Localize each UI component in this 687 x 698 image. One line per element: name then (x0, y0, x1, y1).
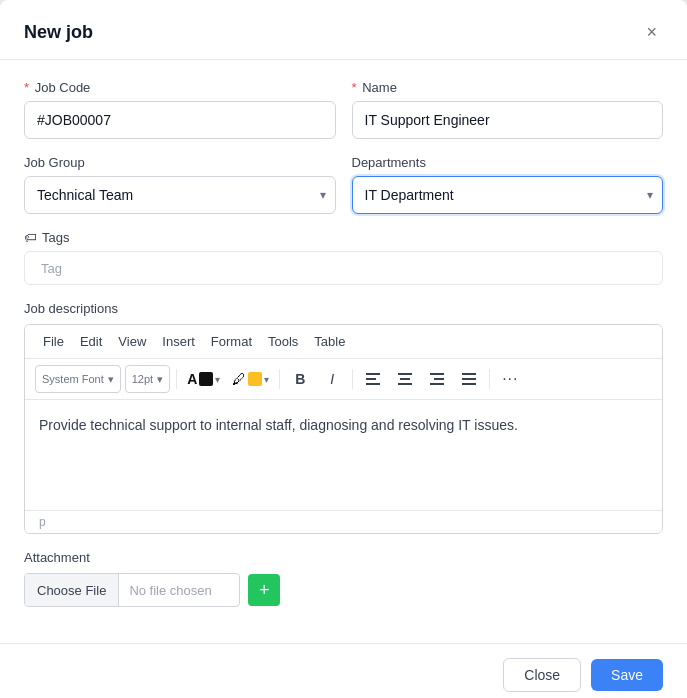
job-descriptions-label: Job descriptions (24, 301, 663, 316)
editor-menubar: File Edit View Insert Format Tools Table (25, 325, 662, 359)
more-options-button[interactable]: ··· (496, 365, 524, 393)
svg-rect-10 (462, 378, 476, 380)
editor-format-menu[interactable]: Format (203, 331, 260, 352)
job-code-label: * Job Code (24, 80, 336, 95)
modal-body: * Job Code * Name Job Group Technical Te… (0, 60, 687, 643)
job-code-group: * Job Code (24, 80, 336, 139)
editor-insert-menu[interactable]: Insert (154, 331, 203, 352)
departments-group: Departments IT Department Engineering Fi… (352, 155, 664, 214)
job-group-select[interactable]: Technical Team Engineering HR (24, 176, 336, 214)
svg-rect-7 (434, 378, 444, 380)
editor-table-menu[interactable]: Table (306, 331, 353, 352)
italic-button[interactable]: I (318, 365, 346, 393)
editor-edit-menu[interactable]: Edit (72, 331, 110, 352)
svg-rect-9 (462, 373, 476, 375)
font-size-select[interactable]: 12pt ▾ (125, 365, 170, 393)
font-color-chevron-down-icon: ▾ (215, 374, 220, 385)
save-button[interactable]: Save (591, 659, 663, 691)
modal-header: New job × (0, 0, 687, 60)
close-button[interactable]: Close (503, 658, 581, 692)
modal-title: New job (24, 22, 93, 43)
toolbar-divider-2 (279, 369, 280, 389)
modal-close-icon-button[interactable]: × (640, 20, 663, 45)
departments-select[interactable]: IT Department Engineering Finance (352, 176, 664, 214)
editor-view-menu[interactable]: View (110, 331, 154, 352)
toolbar-divider-4 (489, 369, 490, 389)
font-color-a-icon: A (187, 371, 197, 387)
name-required-star: * (352, 80, 357, 95)
tags-label: 🏷 Tags (24, 230, 663, 245)
editor-content[interactable]: Provide technical support to internal st… (25, 400, 662, 510)
highlight-color-swatch (248, 372, 262, 386)
editor-tools-menu[interactable]: Tools (260, 331, 306, 352)
name-group: * Name (352, 80, 664, 139)
job-group-departments-row: Job Group Technical Team Engineering HR … (24, 155, 663, 214)
tags-section: 🏷 Tags (24, 230, 663, 285)
align-justify-button[interactable] (455, 365, 483, 393)
name-input[interactable] (352, 101, 664, 139)
editor-wrapper: File Edit View Insert Format Tools Table… (24, 324, 663, 534)
highlight-chevron-down-icon: ▾ (264, 374, 269, 385)
toolbar-divider-1 (176, 369, 177, 389)
svg-rect-6 (430, 373, 444, 375)
editor-toolbar: System Font ▾ 12pt ▾ A ▾ (25, 359, 662, 400)
modal-footer: Close Save (0, 643, 687, 698)
job-group-label: Job Group (24, 155, 336, 170)
tags-container[interactable] (24, 251, 663, 285)
svg-rect-8 (430, 383, 444, 385)
new-job-modal: New job × * Job Code * Name (0, 0, 687, 698)
align-right-button[interactable] (423, 365, 451, 393)
font-family-select[interactable]: System Font ▾ (35, 365, 121, 393)
job-group-group: Job Group Technical Team Engineering HR … (24, 155, 336, 214)
font-color-button[interactable]: A ▾ (183, 365, 224, 393)
toolbar-divider-3 (352, 369, 353, 389)
svg-rect-2 (366, 383, 380, 385)
svg-rect-5 (398, 383, 412, 385)
svg-rect-0 (366, 373, 380, 375)
highlight-color-button[interactable]: 🖊 ▾ (228, 365, 273, 393)
tag-icon: 🏷 (24, 230, 37, 245)
svg-rect-3 (398, 373, 412, 375)
departments-select-wrapper: IT Department Engineering Finance ▾ (352, 176, 664, 214)
job-group-select-wrapper: Technical Team Engineering HR ▾ (24, 176, 336, 214)
add-attachment-button[interactable]: + (248, 574, 280, 606)
editor-statusbar: p (25, 510, 662, 533)
name-label: * Name (352, 80, 664, 95)
svg-rect-11 (462, 383, 476, 385)
align-center-button[interactable] (391, 365, 419, 393)
highlight-icon: 🖊 (232, 371, 246, 387)
file-name-label: No file chosen (119, 577, 239, 604)
attachment-section: Attachment Choose File No file chosen + (24, 550, 663, 607)
editor-file-menu[interactable]: File (35, 331, 72, 352)
job-descriptions-section: Job descriptions File Edit View Insert F… (24, 301, 663, 534)
attachment-row: Choose File No file chosen + (24, 573, 663, 607)
align-left-button[interactable] (359, 365, 387, 393)
attachment-label: Attachment (24, 550, 663, 565)
svg-rect-1 (366, 378, 376, 380)
file-input-wrapper: Choose File No file chosen (24, 573, 240, 607)
departments-label: Departments (352, 155, 664, 170)
choose-file-button[interactable]: Choose File (25, 574, 119, 606)
bold-button[interactable]: B (286, 365, 314, 393)
svg-rect-4 (400, 378, 410, 380)
job-code-required-star: * (24, 80, 29, 95)
tags-input[interactable] (33, 257, 217, 280)
font-color-swatch (199, 372, 213, 386)
job-code-name-row: * Job Code * Name (24, 80, 663, 139)
job-code-input[interactable] (24, 101, 336, 139)
